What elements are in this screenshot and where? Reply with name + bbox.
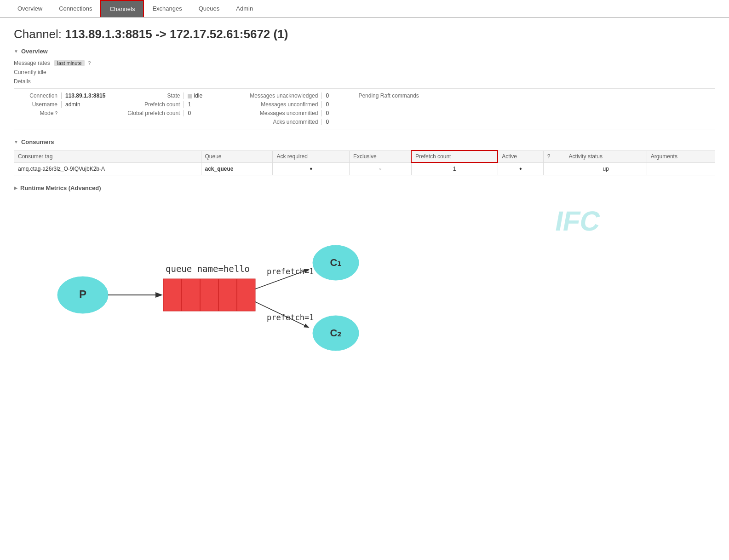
consumer-activity-cell: up [565, 162, 647, 175]
connection-value: 113.89.1.3:8815 [61, 92, 105, 99]
active-dot: • [519, 165, 522, 173]
consumer-active-help-cell [543, 162, 565, 175]
queue-shape [163, 279, 255, 311]
left-details: Connection 113.89.1.3:8815 Username admi… [20, 92, 105, 116]
currently-idle: Currently idle [14, 69, 715, 75]
c2-label: C₂ [330, 327, 342, 339]
producer-label: P [79, 288, 86, 300]
page-title-prefix: Channel: [14, 27, 65, 41]
th-arguments: Arguments [647, 150, 715, 162]
page-title-value: 113.89.1.3:8815 -> 172.17.52.61:5672 (1) [65, 27, 288, 41]
th-prefetch-count: Prefetch count [411, 150, 498, 162]
th-queue: Queue [201, 150, 273, 162]
overview-arrow-icon: ▼ [14, 49, 18, 54]
th-help[interactable]: ? [543, 150, 565, 162]
diagram-svg: P prefetch=1 prefetch=1 C₁ C₂ queue_n [41, 210, 400, 357]
page-title: Channel: 113.89.1.3:8815 -> 172.17.52.61… [14, 27, 715, 41]
username-value: admin [61, 101, 105, 108]
overview-section-header[interactable]: ▼ Overview [14, 48, 715, 55]
state-value: idle [184, 92, 211, 99]
msg-unacked-value: 0 [321, 92, 340, 99]
consumer-prefetch-cell: 1 [411, 162, 498, 175]
message-rates-badge[interactable]: last minute [54, 60, 84, 66]
message-rates-help[interactable]: ? [88, 60, 91, 66]
msg-unconfirmed-label: Messages unconfirmed [230, 101, 321, 108]
consumer-active-cell: • [498, 162, 543, 175]
nav-exchanges[interactable]: Exchanges [144, 0, 190, 17]
nav-admin[interactable]: Admin [228, 0, 261, 17]
pending-raft-label: Pending Raft commands [358, 92, 419, 99]
consumer-arguments-cell [647, 162, 715, 175]
consumer-row: amq.ctag-a26r3lz_O-9IQVujbK2b-A ack_queu… [14, 162, 715, 175]
msg-uncommitted-label: Messages uncommitted [230, 110, 321, 116]
prefetch1-label: prefetch=1 [267, 267, 314, 276]
consumers-section-label: Consumers [21, 139, 54, 145]
connection-label: Connection [20, 92, 61, 99]
prefetch-count-value: 1 [184, 101, 211, 108]
msg-unconfirmed-value: 0 [321, 101, 340, 108]
nav-channels[interactable]: Channels [100, 0, 144, 17]
consumers-section-header[interactable]: ▼ Consumers [14, 139, 715, 145]
watermark: IFC [553, 205, 603, 237]
username-label: Username [20, 101, 61, 108]
mode-label: Mode [40, 110, 53, 116]
exclusive-dot: ◦ [379, 165, 382, 173]
prefetch2-label: prefetch=1 [267, 313, 314, 322]
consumer-queue-cell: ack_queue [201, 162, 273, 175]
th-exclusive: Exclusive [349, 150, 411, 162]
state-label: State [124, 92, 184, 99]
mode-help[interactable]: ? [55, 111, 57, 116]
nav-queues[interactable]: Queues [190, 0, 228, 17]
details-box: Connection 113.89.1.3:8815 Username admi… [14, 88, 715, 129]
message-rates-row: Message rates last minute ? [14, 59, 715, 66]
th-activity-status: Activity status [565, 150, 647, 162]
overview-section-label: Overview [21, 48, 48, 55]
queue-name-text: queue_name=hello [166, 264, 250, 274]
consumers-header-row: Consumer tag Queue Ack required Exclusiv… [14, 150, 715, 162]
runtime-section-label: Runtime Metrics (Advanced) [20, 185, 101, 191]
msg-unacked-label: Messages unacknowledged [230, 92, 321, 99]
nav-bar: Overview Connections Channels Exchanges … [0, 0, 729, 18]
th-consumer-tag: Consumer tag [14, 150, 201, 162]
page-content: Channel: 113.89.1.3:8815 -> 172.17.52.61… [0, 18, 729, 375]
c1-label: C₁ [330, 257, 342, 268]
consumer-exclusive-cell: ◦ [349, 162, 411, 175]
ack-dot: • [310, 165, 312, 173]
th-active: Active [498, 150, 543, 162]
diagram-area: IFC P prefetch=1 prefetch=1 C₁ [14, 201, 715, 366]
th-ack-required: Ack required [273, 150, 350, 162]
consumer-queue-value: ack_queue [205, 166, 234, 172]
runtime-arrow-icon: ▶ [14, 185, 17, 191]
acks-uncommitted-label: Acks uncommitted [230, 119, 321, 125]
state-text: idle [194, 92, 202, 99]
global-prefetch-label: Global prefetch count [124, 110, 184, 116]
state-indicator [188, 94, 192, 98]
msg-uncommitted-value: 0 [321, 110, 340, 116]
mid-details: State idle Prefetch count 1 Global prefe… [124, 92, 211, 116]
right-details: Messages unacknowledged 0 Messages uncon… [230, 92, 340, 125]
nav-overview[interactable]: Overview [9, 0, 51, 17]
nav-connections[interactable]: Connections [51, 0, 100, 17]
mode-label-row: Mode ? [20, 110, 61, 116]
runtime-section-header[interactable]: ▶ Runtime Metrics (Advanced) [14, 185, 715, 191]
acks-uncommitted-value: 0 [321, 119, 340, 125]
global-prefetch-value: 0 [184, 110, 211, 116]
consumer-tag-cell: amq.ctag-a26r3lz_O-9IQVujbK2b-A [14, 162, 201, 175]
details-label: Details [14, 78, 715, 85]
consumer-ack-cell: • [273, 162, 350, 175]
message-rates-label: Message rates [14, 60, 50, 66]
consumers-table: Consumer tag Queue Ack required Exclusiv… [14, 150, 715, 175]
prefetch-count-label: Prefetch count [124, 101, 184, 108]
consumers-arrow-icon: ▼ [14, 139, 18, 144]
